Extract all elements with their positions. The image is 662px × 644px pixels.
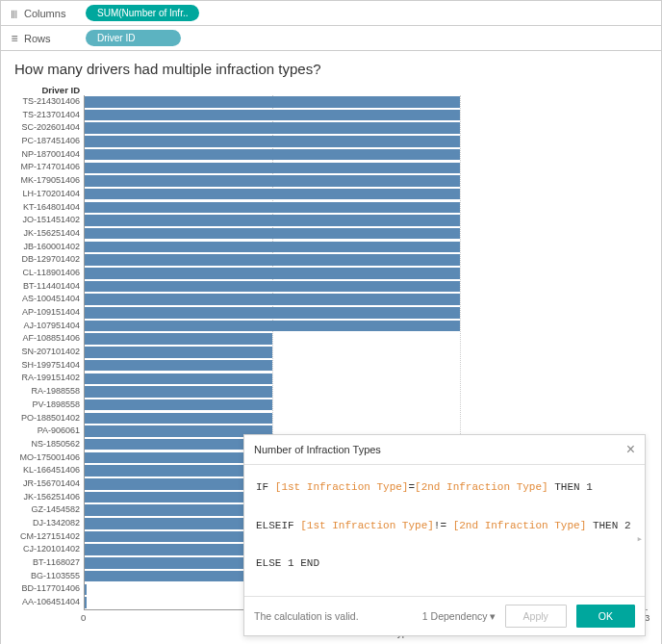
y-tick-label: NP-187001404 — [14, 148, 84, 162]
y-tick-label: BG-1103555 — [14, 570, 84, 583]
y-tick-label: AF-108851406 — [14, 332, 84, 346]
y-tick-label: TS-213701404 — [14, 109, 84, 122]
bar[interactable] — [85, 321, 460, 332]
bar-row[interactable] — [85, 253, 648, 267]
bar[interactable] — [85, 307, 460, 319]
y-tick-label: KT-164801404 — [14, 201, 84, 215]
bar-row[interactable] — [85, 121, 648, 135]
bar-row[interactable] — [85, 267, 648, 280]
y-tick-label: PA-906061 — [14, 425, 84, 438]
bar[interactable] — [85, 584, 87, 596]
y-tick-label: CJ-120101402 — [14, 543, 84, 556]
bar-row[interactable] — [85, 201, 648, 215]
columns-label: ⫼ Columns — [9, 7, 86, 20]
y-tick-label: GZ-1454582 — [14, 503, 84, 517]
ok-button[interactable]: OK — [576, 605, 635, 628]
bar-row[interactable] — [85, 332, 648, 346]
bar[interactable] — [85, 215, 460, 226]
apply-button[interactable]: Apply — [505, 605, 567, 628]
y-tick-label: BT-1168027 — [14, 556, 84, 570]
y-tick-label: PV-1898558 — [14, 399, 84, 412]
bar[interactable] — [85, 122, 460, 134]
bar[interactable] — [85, 96, 460, 108]
x-tick-label: 0 — [81, 612, 86, 623]
y-tick-label: SH-199751404 — [14, 359, 84, 373]
bar[interactable] — [85, 333, 272, 345]
bar-row[interactable] — [85, 161, 648, 174]
y-tick-label: MO-175001406 — [14, 451, 84, 465]
bar-row[interactable] — [85, 320, 648, 333]
bar-row[interactable] — [85, 148, 648, 162]
bar[interactable] — [85, 268, 460, 279]
bar[interactable] — [85, 149, 460, 161]
bar-row[interactable] — [85, 399, 648, 412]
bar[interactable] — [85, 163, 460, 174]
y-tick-label: NS-1850562 — [14, 438, 84, 451]
bar[interactable] — [85, 399, 272, 411]
calc-field-name[interactable]: Number of Infraction Types — [254, 444, 381, 455]
y-axis-header: Driver ID — [14, 85, 84, 95]
bar-row[interactable] — [85, 293, 648, 306]
y-tick-label: MP-174701406 — [14, 161, 84, 174]
sheet-title[interactable]: How many drivers had multiple infraction… — [14, 61, 648, 77]
y-tick-label: CL-118901406 — [14, 267, 84, 280]
bar-row[interactable] — [85, 385, 648, 399]
bar[interactable] — [85, 228, 460, 240]
y-tick-label: BD-117701406 — [14, 582, 84, 596]
dependency-dropdown[interactable]: 1 Dependency ▾ — [422, 610, 496, 622]
close-icon[interactable]: × — [626, 441, 635, 458]
bar[interactable] — [85, 413, 272, 425]
bar-row[interactable] — [85, 412, 648, 425]
y-tick-label: DB-129701402 — [14, 253, 84, 267]
bar[interactable] — [85, 110, 460, 121]
bar[interactable] — [85, 360, 272, 372]
bar[interactable] — [85, 347, 272, 358]
bar[interactable] — [85, 254, 460, 266]
y-tick-label: AJ-107951404 — [14, 320, 84, 333]
bar-row[interactable] — [85, 372, 648, 385]
bar[interactable] — [85, 386, 272, 398]
bar[interactable] — [85, 136, 460, 147]
rows-pill[interactable]: Driver ID — [86, 30, 181, 46]
bar[interactable] — [85, 189, 460, 200]
bar-row[interactable] — [85, 359, 648, 373]
calculation-editor[interactable]: Number of Infraction Types × IF [1st Inf… — [243, 434, 646, 636]
bar[interactable] — [85, 281, 460, 293]
y-tick-label: RA-199151402 — [14, 372, 84, 385]
y-axis: TS-214301406TS-213701404SC-202601404PC-1… — [14, 95, 84, 610]
bar-row[interactable] — [85, 306, 648, 320]
bar-row[interactable] — [85, 241, 648, 254]
y-tick-label: RA-1988558 — [14, 385, 84, 399]
y-tick-label: TS-214301406 — [14, 95, 84, 109]
rows-shelf[interactable]: ≡ Rows Driver ID — [1, 26, 661, 51]
calc-formula-body[interactable]: IF [1st Infraction Type]=[2nd Infraction… — [244, 465, 645, 596]
bar[interactable] — [85, 597, 87, 608]
y-tick-label: JK-156251406 — [14, 491, 84, 504]
bar-row[interactable] — [85, 174, 648, 188]
worksheet-window: ⫼ Columns SUM(Number of Infr.. ≡ Rows Dr… — [0, 0, 662, 644]
y-tick-label: MK-179051406 — [14, 174, 84, 188]
bar-row[interactable] — [85, 188, 648, 201]
columns-text: Columns — [24, 8, 65, 19]
bar-row[interactable] — [85, 346, 648, 359]
bar[interactable] — [85, 202, 460, 214]
bar[interactable] — [85, 175, 460, 187]
bar[interactable] — [85, 294, 460, 305]
bar-row[interactable] — [85, 135, 648, 148]
y-tick-label: AA-106451404 — [14, 596, 84, 609]
columns-icon: ⫼ — [9, 7, 20, 20]
y-tick-label: JB-160001402 — [14, 241, 84, 254]
bar-row[interactable] — [85, 227, 648, 241]
chevron-down-icon: ▾ — [490, 610, 496, 622]
bar[interactable] — [85, 242, 460, 253]
rows-icon: ≡ — [9, 32, 20, 45]
columns-shelf[interactable]: ⫼ Columns SUM(Number of Infr.. — [1, 1, 661, 26]
bar-row[interactable] — [85, 280, 648, 294]
expand-arrow-icon[interactable]: ▸ — [636, 530, 643, 550]
bar-row[interactable] — [85, 95, 648, 109]
y-tick-label: BT-114401404 — [14, 280, 84, 294]
columns-pill[interactable]: SUM(Number of Infr.. — [86, 5, 199, 21]
bar-row[interactable] — [85, 214, 648, 227]
bar[interactable] — [85, 374, 272, 385]
bar-row[interactable] — [85, 109, 648, 122]
